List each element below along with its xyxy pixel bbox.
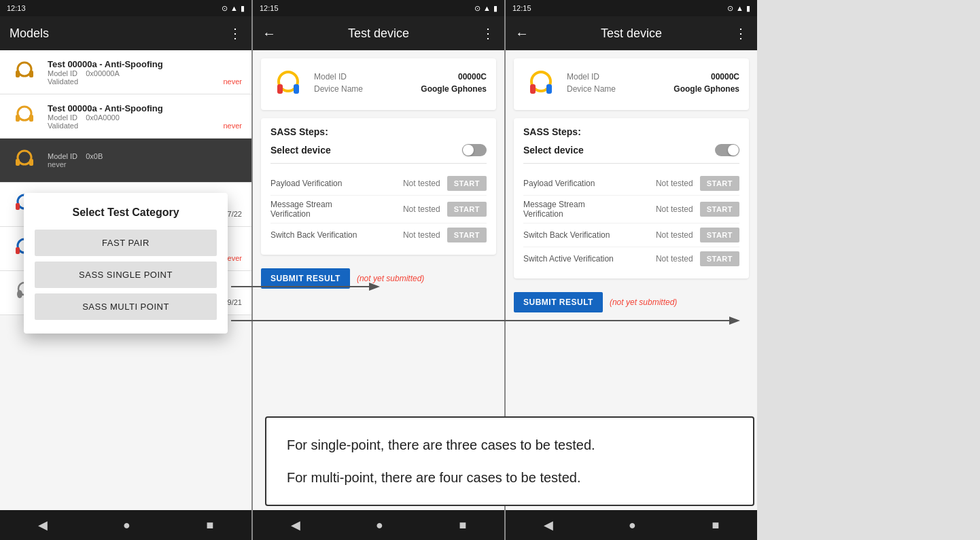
- sass-title-2: SASS Steps:: [270, 126, 487, 137]
- status-icons-3: ⊙ ▲ ▮: [727, 4, 750, 13]
- start-btn-2-0[interactable]: START: [447, 176, 487, 191]
- submit-btn-3[interactable]: SUBMIT RESULT: [514, 292, 603, 312]
- start-btn-3-2[interactable]: START: [700, 228, 739, 242]
- test-name-2-2: Switch Back Verification: [270, 230, 396, 240]
- select-device-label-3: Select device: [523, 145, 584, 156]
- phone1: 12:13 ⊙ ▲ ▮ Models ⋮ Test: [0, 0, 251, 540]
- sass-section-3: SASS Steps: Select device Payload Verifi…: [514, 118, 749, 278]
- svg-rect-20: [294, 84, 299, 94]
- sass-section-2: SASS Steps: Select device Payload Verifi…: [261, 118, 496, 255]
- test-name-3-1: Message StreamVerification: [523, 200, 649, 219]
- device-info-card-2: Model ID 00000C Device Name Google Gphon…: [261, 58, 496, 110]
- home-btn-3[interactable]: ●: [615, 514, 650, 537]
- test-name-3-2: Switch Back Verification: [523, 230, 649, 240]
- device-fields-2: Model ID 00000C Device Name Google Gphon…: [314, 72, 487, 96]
- test-row-2-1: Message StreamVerification Not tested ST…: [270, 196, 487, 223]
- home-btn-2[interactable]: ●: [362, 514, 397, 537]
- test-status-3-3: Not tested: [656, 254, 693, 264]
- recents-btn-1[interactable]: ■: [192, 514, 227, 537]
- back-arrow-2[interactable]: ←: [262, 26, 276, 41]
- test-row-2-2: Switch Back Verification Not tested STAR…: [270, 223, 487, 247]
- submit-row-2: SUBMIT RESULT (not yet submitted): [261, 263, 496, 294]
- sim-icon-2: ⊙: [474, 4, 480, 13]
- sass-multi-point-btn[interactable]: SASS MULTI POINT: [35, 293, 217, 320]
- test-status-3-1: Not tested: [656, 204, 693, 214]
- submit-btn-2[interactable]: SUBMIT RESULT: [261, 268, 350, 289]
- sim-icon: ⊙: [222, 4, 228, 13]
- nav-bar-3: ◀ ● ■: [506, 510, 757, 540]
- model-id-row-3: Model ID 00000C: [567, 72, 739, 82]
- annotation-line1: For single-point, there are three cases …: [287, 434, 733, 456]
- test-row-3-0: Payload Verification Not tested START: [523, 172, 739, 196]
- toggle-knob-2: [463, 145, 474, 156]
- not-submitted-3: (not yet submitted): [610, 298, 677, 307]
- test-name-3-0: Payload Verification: [523, 179, 649, 188]
- start-btn-3-1[interactable]: START: [700, 202, 739, 217]
- dialog-title: Select Test Category: [35, 206, 217, 219]
- toggle-knob-3: [728, 145, 739, 156]
- select-device-label-2: Select device: [270, 145, 331, 156]
- status-time-3: 12:15: [512, 4, 531, 12]
- home-btn-1[interactable]: ●: [109, 514, 144, 537]
- app-title-2: Test device: [348, 26, 409, 41]
- model-id-label-2: Model ID: [314, 72, 347, 82]
- device-name-row-3: Device Name Google Gphones: [567, 84, 739, 94]
- battery-icon-2: ▮: [493, 4, 497, 13]
- not-submitted-2: (not yet submitted): [357, 274, 424, 283]
- status-bar-2: 12:15 ⊙ ▲ ▮: [253, 0, 504, 16]
- battery-icon-3: ▮: [746, 4, 750, 13]
- phone1-content: Models ⋮ Test 00000a - Anti-Spoofing Mod…: [0, 16, 251, 510]
- select-device-row-3: Select device: [523, 144, 739, 164]
- test-status-2-2: Not tested: [403, 230, 440, 240]
- nav-bar-2: ◀ ● ■: [253, 510, 504, 540]
- device-name-row-2: Device Name Google Gphones: [314, 84, 487, 94]
- app-title-3: Test device: [601, 26, 662, 41]
- status-bar-1: 12:13 ⊙ ▲ ▮: [0, 0, 251, 16]
- dialog-overlay: Select Test Category FAST PAIR SASS SING…: [0, 16, 251, 510]
- sim-icon-3: ⊙: [727, 4, 733, 13]
- recents-btn-3[interactable]: ■: [698, 514, 733, 537]
- wifi-icon-2: ▲: [483, 4, 491, 12]
- status-time-2: 12:15: [260, 4, 279, 12]
- model-id-value-3: 00000C: [711, 72, 739, 82]
- test-status-2-1: Not tested: [403, 204, 440, 214]
- fast-pair-btn[interactable]: FAST PAIR: [35, 230, 217, 256]
- svg-rect-23: [546, 84, 552, 94]
- device-name-label-2: Device Name: [314, 84, 363, 94]
- device-fields-3: Model ID 00000C Device Name Google Gphon…: [567, 72, 739, 96]
- device-name-label-3: Device Name: [567, 84, 616, 94]
- annotation-line2: For multi-point, there are four cases to…: [287, 467, 733, 488]
- model-id-value-2: 00000C: [458, 72, 487, 82]
- back-btn-1[interactable]: ◀: [24, 514, 61, 537]
- start-btn-3-3[interactable]: START: [700, 251, 739, 266]
- svg-rect-22: [530, 84, 536, 94]
- start-btn-2-2[interactable]: START: [447, 228, 487, 242]
- recents-btn-2[interactable]: ■: [445, 514, 480, 537]
- menu-icon-3[interactable]: ⋮: [734, 25, 748, 41]
- select-category-dialog: Select Test Category FAST PAIR SASS SING…: [24, 193, 228, 334]
- test-name-3-3: Switch Active Verification: [523, 254, 649, 264]
- status-icons-2: ⊙ ▲ ▮: [474, 4, 497, 13]
- menu-icon-2[interactable]: ⋮: [481, 25, 495, 41]
- toggle-3[interactable]: [715, 144, 739, 156]
- test-name-2-1: Message StreamVerification: [270, 200, 396, 219]
- toggle-2[interactable]: [462, 144, 487, 156]
- status-time-1: 12:13: [7, 4, 26, 12]
- device-info-card-3: Model ID 00000C Device Name Google Gphon…: [514, 58, 749, 110]
- test-name-2-0: Payload Verification: [270, 179, 396, 188]
- back-arrow-3[interactable]: ←: [515, 26, 529, 41]
- sass-single-point-btn[interactable]: SASS SINGLE POINT: [35, 262, 217, 288]
- app-bar-2: ← Test device ⋮: [253, 16, 504, 50]
- start-btn-3-0[interactable]: START: [700, 176, 739, 191]
- test-status-3-2: Not tested: [656, 230, 693, 240]
- device-name-value-2: Google Gphones: [421, 84, 487, 94]
- model-id-row-2: Model ID 00000C: [314, 72, 487, 82]
- test-row-3-1: Message StreamVerification Not tested ST…: [523, 196, 739, 223]
- select-device-row-2: Select device: [270, 144, 487, 164]
- battery-icon: ▮: [241, 4, 245, 13]
- test-row-2-0: Payload Verification Not tested START: [270, 172, 487, 196]
- back-btn-3[interactable]: ◀: [530, 514, 567, 537]
- back-btn-2[interactable]: ◀: [277, 514, 314, 537]
- start-btn-2-1[interactable]: START: [447, 202, 487, 217]
- device-logo-2: [270, 67, 306, 102]
